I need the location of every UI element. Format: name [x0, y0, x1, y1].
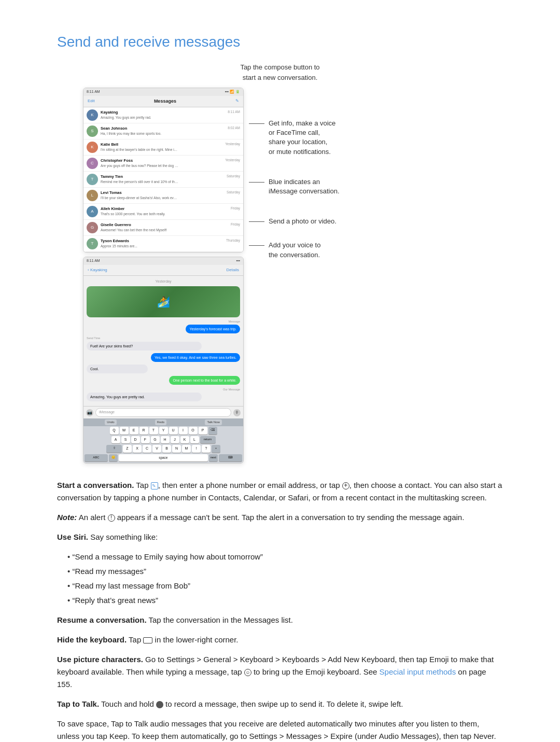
- list-item[interactable]: T Tammy TienSaturday Remind me the perso…: [83, 172, 243, 188]
- kb-key[interactable]: K: [180, 436, 189, 444]
- avatar: C: [87, 158, 98, 169]
- callout-line: [249, 245, 264, 246]
- conv-status-bar: 8:11 AM ▪▪▪: [83, 257, 243, 265]
- msg-preview: Amazing. You guys are pretty rad.: [101, 115, 178, 120]
- avatar: T: [87, 238, 98, 249]
- kb-return-key[interactable]: return: [200, 436, 216, 444]
- message-thread: Message Yesterday's forecast was trip. S…: [87, 319, 240, 403]
- conversation-area: Yesterday Message Yesterday's forecast w…: [83, 276, 243, 407]
- callout-voice: Add your voice tothe conversation.: [249, 241, 477, 259]
- kb-key[interactable]: Q: [110, 427, 119, 435]
- kb-toolbar-item[interactable]: Talk Now: [205, 419, 221, 425]
- kb-key[interactable]: D: [131, 436, 140, 444]
- paragraph-note: Note: An alert ! appears if a message ca…: [57, 511, 503, 524]
- kb-key[interactable]: U: [169, 427, 178, 435]
- kb-key[interactable]: F: [141, 436, 150, 444]
- list-item[interactable]: C Christopher FossYesterday Are you guys…: [83, 156, 243, 172]
- list-item[interactable]: K Katie BellYesterday I'm sitting at the…: [83, 139, 243, 156]
- phone-mockup: 8:11 AM ▪▪▪ 📶 🔋 Edit Messages ✎: [83, 88, 244, 253]
- callout-text: Add your voice tothe conversation.: [269, 241, 320, 259]
- mic-button[interactable]: 🎙: [233, 409, 241, 416]
- kb-key[interactable]: I: [179, 427, 188, 435]
- list-item[interactable]: S Sean Johnson8:02 AM Ha, I think you ma…: [83, 123, 243, 139]
- kb-key[interactable]: J: [171, 436, 179, 444]
- kb-next-key[interactable]: next: [209, 454, 218, 461]
- page-title: Send and receive messages: [57, 31, 503, 53]
- msg-content: Katie BellYesterday I'm sitting at the l…: [101, 142, 240, 152]
- conv-date-label: Yesterday: [87, 279, 240, 285]
- list-item: “Read my last message from Bob”: [67, 580, 503, 592]
- kb-key[interactable]: Z: [123, 445, 132, 453]
- kb-toolbar-item[interactable]: Undo: [105, 419, 116, 425]
- kb-row-1: Q W E R T Y U I O P ⌫: [83, 426, 243, 436]
- message-input[interactable]: iMessage: [95, 408, 231, 417]
- bold-label: Start a conversation.: [57, 481, 134, 489]
- bubble: Yes, we fixed it okay. And we saw three …: [151, 353, 240, 362]
- kb-key[interactable]: L: [190, 436, 199, 444]
- camera-icon[interactable]: 📷: [86, 409, 93, 416]
- kb-key[interactable]: T: [149, 427, 158, 435]
- kb-key[interactable]: Y: [159, 427, 168, 435]
- compose-icon: [151, 482, 158, 489]
- kb-shift-key[interactable]: ⇧: [106, 445, 122, 453]
- callout-text: Get info, make a voiceor FaceTime call,s…: [269, 119, 335, 157]
- bubble-label: Our Message: [87, 387, 240, 391]
- kb-key[interactable]: G: [151, 436, 160, 444]
- conv-details[interactable]: Details: [227, 267, 239, 273]
- content-area: Send and receive messages Tap the compos…: [57, 31, 503, 742]
- list-item[interactable]: G Giselle GuerreroFriday Awesome! You ca…: [83, 220, 243, 236]
- kb-key[interactable]: ?: [202, 445, 211, 453]
- kb-key[interactable]: !: [192, 445, 201, 453]
- kb-keyboard-key[interactable]: ⌨: [219, 454, 242, 461]
- paragraph-picture-chars: Use picture characters. Go to Settings >…: [57, 653, 503, 691]
- kb-key[interactable]: R: [139, 427, 148, 435]
- avatar: K: [87, 142, 98, 153]
- kb-key[interactable]: X: [133, 445, 142, 453]
- nav-compose-icon[interactable]: ✎: [235, 98, 239, 104]
- list-item[interactable]: A Alleh KimberFriday That's so 1000 perc…: [83, 204, 243, 220]
- status-time: 8:11 AM: [87, 89, 100, 95]
- special-input-methods-link[interactable]: Special input methods: [380, 667, 456, 676]
- diagram-outer: 8:11 AM ▪▪▪ 📶 🔋 Edit Messages ✎: [57, 88, 503, 464]
- kb-key[interactable]: B: [162, 445, 171, 453]
- kb-toolbar-item[interactable]: Redo: [155, 419, 166, 425]
- kb-key[interactable]: C: [143, 445, 151, 453]
- bubble-label: Message: [87, 319, 240, 324]
- keyboard-icon: [143, 637, 152, 643]
- top-callout-text: Tap the compose button tostart a new con…: [240, 62, 319, 82]
- callout-blue: Blue indicates aniMessage conversation.: [249, 177, 477, 196]
- kb-emoji-key[interactable]: 😊: [109, 454, 118, 461]
- nav-back[interactable]: Edit: [88, 98, 95, 104]
- kb-key[interactable]: P: [199, 427, 207, 435]
- kb-shift-key-right[interactable]: +: [212, 445, 220, 453]
- bold-label: Hide the keyboard.: [57, 635, 127, 644]
- callout-text: Send a photo or video.: [269, 217, 337, 226]
- list-item[interactable]: K Kayaking8:11 AM Amazing. You guys are …: [83, 107, 243, 123]
- callout-line: [249, 182, 264, 183]
- kb-number-key[interactable]: ABC: [85, 454, 108, 461]
- list-item[interactable]: T Tyson EdwardsThursday Approx 15 minute…: [83, 236, 243, 252]
- avatar: T: [87, 174, 98, 185]
- list-item[interactable]: L Levi TomasSaturday I'll be your sleep-…: [83, 188, 243, 204]
- keyboard-area: Undo Redo Talk Now Q W E R T Y: [83, 418, 243, 463]
- kb-key[interactable]: A: [111, 436, 120, 444]
- list-item: “Send a message to Emily saying how abou…: [67, 551, 503, 563]
- kb-key[interactable]: N: [172, 445, 181, 453]
- input-bar: 📷 iMessage 🎙: [83, 406, 243, 418]
- msg-content: Kayaking8:11 AM Amazing. You guys are pr…: [101, 109, 240, 120]
- callout-text: Blue indicates aniMessage conversation.: [269, 177, 340, 196]
- kb-key[interactable]: E: [130, 427, 138, 435]
- kb-row-2: A S D F G H J K L return: [83, 435, 243, 444]
- kb-space-key[interactable]: space: [119, 454, 208, 461]
- kb-key[interactable]: M: [182, 445, 191, 453]
- msg-content: Levi TomasSaturday I'll be your sleep-di…: [101, 190, 240, 201]
- kb-toolbar: Undo Redo Talk Now: [83, 418, 243, 426]
- kb-key[interactable]: S: [121, 436, 130, 444]
- kb-key[interactable]: V: [152, 445, 161, 453]
- kb-key[interactable]: O: [189, 427, 198, 435]
- kb-key[interactable]: H: [161, 436, 170, 444]
- kb-key[interactable]: W: [120, 427, 129, 435]
- kb-delete-key[interactable]: ⌫: [208, 427, 217, 435]
- bold-label: Resume a conversation.: [57, 615, 147, 624]
- conv-nav-back[interactable]: ‹ Kayaking: [88, 267, 107, 273]
